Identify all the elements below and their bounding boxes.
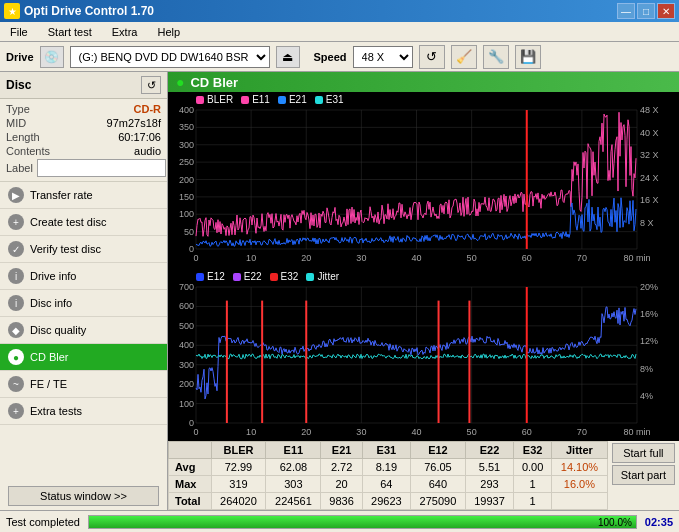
menu-start-test[interactable]: Start test	[42, 24, 98, 40]
time-display: 02:35	[645, 516, 673, 528]
progress-bar-container: 100.0%	[88, 515, 637, 529]
progress-bar	[89, 516, 636, 528]
progress-text: 100.0%	[598, 516, 632, 530]
drive-label: Drive	[6, 51, 34, 63]
speed-select[interactable]: 48 X	[353, 46, 413, 68]
bottom-chart-canvas	[168, 269, 679, 441]
sidebar: Disc ↺ Type CD-R MID 97m27s18f Length 60…	[0, 72, 168, 510]
status-window-button[interactable]: Status window >>	[8, 486, 159, 506]
nav-extra-tests-label: Extra tests	[30, 405, 82, 417]
minimize-button[interactable]: —	[617, 3, 635, 19]
menu-help[interactable]: Help	[151, 24, 186, 40]
disc-header: Disc ↺	[0, 72, 167, 99]
legend-e12: E12	[196, 271, 225, 282]
max-label: Max	[169, 476, 212, 493]
transfer-rate-icon: ▶	[8, 187, 24, 203]
table-row-max: Max 319 303 20 64 640 293 1 16.0%	[169, 476, 608, 493]
disc-refresh-button[interactable]: ↺	[141, 76, 161, 94]
total-label: Total	[169, 493, 212, 510]
total-e32: 1	[514, 493, 552, 510]
total-jitter	[552, 493, 608, 510]
contents-label: Contents	[6, 145, 50, 157]
type-value: CD-R	[134, 103, 162, 115]
nav-drive-info-label: Drive info	[30, 270, 76, 282]
avg-e32: 0.00	[514, 459, 552, 476]
legend-e12-label: E12	[207, 271, 225, 282]
nav-disc-quality[interactable]: ◆ Disc quality	[0, 317, 167, 344]
nav-verify-test-disc-label: Verify test disc	[30, 243, 101, 255]
max-e11: 303	[266, 476, 321, 493]
start-part-button[interactable]: Start part	[612, 465, 675, 485]
type-label: Type	[6, 103, 30, 115]
chart-title-icon: ●	[176, 74, 184, 90]
legend-e21: E21	[278, 94, 307, 105]
nav-verify-test-disc[interactable]: ✓ Verify test disc	[0, 236, 167, 263]
avg-bler: 72.99	[211, 459, 266, 476]
col-header-e12: E12	[410, 442, 465, 459]
legend-bler: BLER	[196, 94, 233, 105]
total-e31: 29623	[362, 493, 410, 510]
disc-section-label: Disc	[6, 78, 31, 92]
max-jitter: 16.0%	[552, 476, 608, 493]
col-header-e22: E22	[465, 442, 513, 459]
max-e31: 64	[362, 476, 410, 493]
table-row-avg: Avg 72.99 62.08 2.72 8.19 76.05 5.51 0.0…	[169, 459, 608, 476]
nav-cd-bler[interactable]: ● CD Bler	[0, 344, 167, 371]
eject-icon[interactable]: ⏏	[276, 46, 300, 68]
app-title: Opti Drive Control 1.70	[24, 4, 154, 18]
disc-label-input[interactable]	[37, 159, 166, 177]
nav-fe-te[interactable]: ~ FE / TE	[0, 371, 167, 398]
col-header-bler: BLER	[211, 442, 266, 459]
nav-extra-tests[interactable]: + Extra tests	[0, 398, 167, 425]
max-e22: 293	[465, 476, 513, 493]
nav-disc-info[interactable]: i Disc info	[0, 290, 167, 317]
disc-info-panel: Type CD-R MID 97m27s18f Length 60:17:06 …	[0, 99, 167, 182]
avg-label: Avg	[169, 459, 212, 476]
tools-button[interactable]: 🔧	[483, 45, 509, 69]
menu-extra[interactable]: Extra	[106, 24, 144, 40]
top-chart: BLER E11 E21 E31	[168, 92, 679, 269]
legend-e22: E22	[233, 271, 262, 282]
avg-e22: 5.51	[465, 459, 513, 476]
legend-jitter-label: Jitter	[317, 271, 339, 282]
status-bar: Test completed 100.0% 02:35	[0, 510, 679, 532]
title-bar-left: ★ Opti Drive Control 1.70	[4, 3, 154, 19]
drive-bar: Drive 💿 (G:) BENQ DVD DD DW1640 BSRB ⏏ S…	[0, 42, 679, 72]
length-value: 60:17:06	[118, 131, 161, 143]
maximize-button[interactable]: □	[637, 3, 655, 19]
menu-bar: File Start test Extra Help	[0, 22, 679, 42]
data-table: BLER E11 E21 E31 E12 E22 E32 Jitter Avg …	[168, 441, 608, 510]
max-e21: 20	[321, 476, 362, 493]
disc-quality-icon: ◆	[8, 322, 24, 338]
start-full-button[interactable]: Start full	[612, 443, 675, 463]
erase-button[interactable]: 🧹	[451, 45, 477, 69]
nav-drive-info[interactable]: i Drive info	[0, 263, 167, 290]
avg-jitter: 14.10%	[552, 459, 608, 476]
table-row-total: Total 264020 224561 9836 29623 275090 19…	[169, 493, 608, 510]
avg-e31: 8.19	[362, 459, 410, 476]
nav-create-test-disc[interactable]: + Create test disc	[0, 209, 167, 236]
drive-icon: 💿	[40, 46, 64, 68]
verify-test-disc-icon: ✓	[8, 241, 24, 257]
close-button[interactable]: ✕	[657, 3, 675, 19]
drive-info-icon: i	[8, 268, 24, 284]
disc-info-icon: i	[8, 295, 24, 311]
col-header-e31: E31	[362, 442, 410, 459]
col-header-e32: E32	[514, 442, 552, 459]
save-button[interactable]: 💾	[515, 45, 541, 69]
menu-file[interactable]: File	[4, 24, 34, 40]
legend-e32: E32	[270, 271, 299, 282]
chart-title-bar: ● CD Bler	[168, 72, 679, 92]
title-bar: ★ Opti Drive Control 1.70 — □ ✕	[0, 0, 679, 22]
nav-transfer-rate[interactable]: ▶ Transfer rate	[0, 182, 167, 209]
legend-e22-label: E22	[244, 271, 262, 282]
drive-select[interactable]: (G:) BENQ DVD DD DW1640 BSRB	[70, 46, 270, 68]
nav-create-test-disc-label: Create test disc	[30, 216, 106, 228]
legend-jitter: Jitter	[306, 271, 339, 282]
refresh-button[interactable]: ↺	[419, 45, 445, 69]
legend-e21-label: E21	[289, 94, 307, 105]
nav-cd-bler-label: CD Bler	[30, 351, 69, 363]
window-controls: — □ ✕	[617, 3, 675, 19]
max-bler: 319	[211, 476, 266, 493]
max-e32: 1	[514, 476, 552, 493]
